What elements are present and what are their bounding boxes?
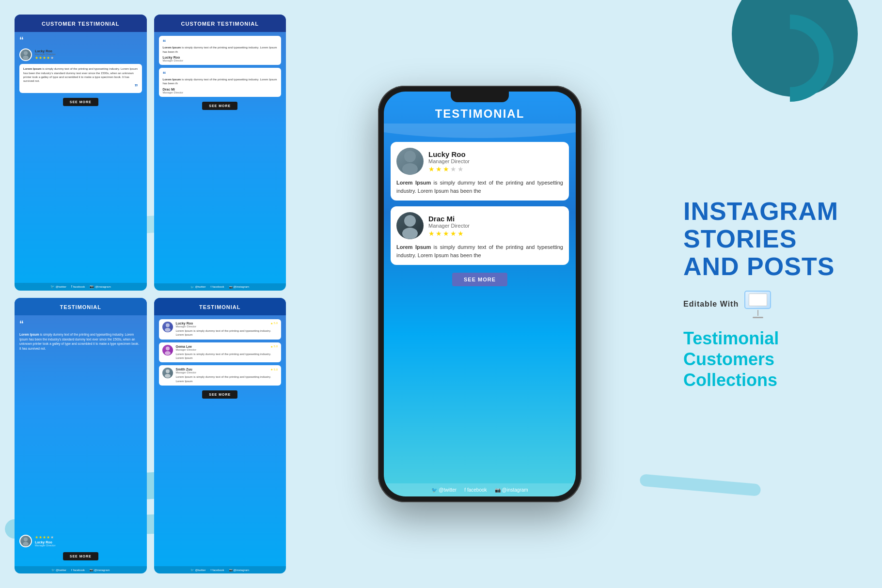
phone-footer: 🐦 @twitter f facebook 📷 @instagram	[384, 483, 576, 496]
phone-stars-1: ★ ★ ★ ★ ★	[428, 165, 470, 173]
card1-stars: ★★★★★	[35, 56, 56, 60]
editable-label: Editable With	[683, 300, 739, 309]
svg-point-4	[166, 323, 170, 327]
card3-quote-text: Lorem Ipsum is simply dummy text of the …	[19, 332, 142, 530]
card-testimonial-4: TESTIMONIAL Lucky Roo ★ 5.0	[154, 298, 286, 574]
card2-header: CUSTOMER TESTIMONIAL	[154, 15, 286, 32]
phone-app-title: TESTIMONIAL	[394, 107, 566, 121]
card2-name1: Lucky Roo	[163, 56, 278, 59]
card4-rating1: ★ 5.0	[270, 322, 278, 325]
card2-title: CUSTOMER TESTIMONIAL	[161, 20, 280, 27]
svg-point-13	[402, 228, 418, 239]
card1-footer: 🐦 @twitter f facebook 📷 @instagram	[15, 283, 147, 291]
phone-facebook: f facebook	[464, 487, 487, 493]
phone-facebook-icon: f	[464, 487, 466, 493]
phone-wave-deco	[384, 124, 576, 138]
phone-notch	[451, 92, 509, 102]
card3-person: ★★★★★ Lucky Roo Manager Director	[19, 535, 142, 547]
card4-avatar3	[162, 368, 173, 378]
phone-screen: TESTIMONIAL	[384, 92, 576, 496]
facebook-icon-3: f	[71, 569, 72, 572]
card1-name: Lucky Roo	[35, 49, 56, 53]
svg-point-8	[166, 370, 170, 373]
phone-testimonial-2: Drac Mi Manager Director ★ ★ ★ ★ ★	[391, 206, 569, 265]
card4-namerow2: Gema Lee ★ 5.0	[176, 345, 278, 348]
svg-point-7	[165, 351, 171, 355]
instagram-icon-2: 📷	[229, 285, 233, 289]
card2-q1-text: Lorem Ipsum is simply dummy text of the …	[163, 46, 278, 54]
card3-twitter: 🐦 @twitter	[51, 568, 66, 572]
phone-avatar-1	[396, 148, 424, 175]
card4-text1: Lorem Ipsum is simply dummy text of the …	[176, 329, 278, 337]
phone-testimonial-1: Lucky Roo Manager Director ★ ★ ★ ★ ★	[391, 142, 569, 201]
card4-see-more-btn[interactable]: SEE MORE	[202, 390, 237, 399]
card2-instagram: 📷 @instagram	[229, 285, 249, 289]
phone-avatar-svg-2	[396, 212, 424, 239]
keynote-display	[749, 294, 767, 306]
svg-point-3	[23, 542, 29, 546]
phone-section: TESTIMONIAL	[296, 15, 664, 573]
keynote-pole	[757, 310, 758, 316]
card2-role2: Manager Director	[163, 91, 278, 94]
card4-text2: Lorem Ipsum is simply dummy text of the …	[176, 352, 278, 360]
phone-header: TESTIMONIAL	[384, 102, 576, 124]
card2-name2: Drac Mi	[163, 88, 278, 91]
twitter-icon-3: 🐦	[51, 568, 55, 572]
card4-text3: Lorem Ipsum is simply dummy text of the …	[176, 375, 278, 383]
avatar-svg-4c	[162, 368, 173, 378]
card3-header: TESTIMONIAL	[15, 298, 147, 315]
card3-title: TESTIMONIAL	[21, 304, 140, 310]
phone-see-more-btn[interactable]: SEE MORE	[452, 273, 507, 286]
phone-person-row-2: Drac Mi Manager Director ★ ★ ★ ★ ★	[396, 212, 563, 239]
phone-quote-1: Lorem Ipsum is simply dummy text of the …	[396, 179, 563, 195]
quote-mark-1: “	[19, 36, 142, 45]
card4-item3: Smith Zuu ★ 5.0 Manager Director Lorem I…	[159, 365, 282, 386]
phone-person-row-1: Lucky Roo Manager Director ★ ★ ★ ★ ★	[396, 148, 563, 175]
card2-see-more-btn[interactable]: SEE MORE	[202, 102, 237, 110]
card-customer-testimonial-2: CUSTOMER TESTIMONIAL “ Lorem Ipsum is si…	[154, 15, 286, 291]
card4-instagram: 📷 @instagram	[229, 568, 249, 572]
card2-twitter: 🐦 @twitter	[190, 285, 205, 289]
quote-close-1: ”	[23, 83, 138, 90]
avatar-svg-4b	[162, 345, 173, 356]
phone-twitter: 🐦 @twitter	[431, 487, 457, 493]
facebook-icon-1: f	[71, 285, 72, 288]
card4-twitter: 🐦 @twitter	[190, 568, 205, 572]
phone-avatar-svg-1	[396, 148, 424, 175]
instagram-icon-1: 📷	[90, 285, 94, 289]
card3-body: “ Lorem Ipsum is simply dummy text of th…	[15, 315, 147, 566]
card4-name1: Lucky Roo	[176, 322, 193, 325]
card4-item2: Gema Lee ★ 5.0 Manager Director Lorem Ip…	[159, 342, 282, 363]
card3-avatar	[19, 535, 32, 547]
twitter-icon-4: 🐦	[190, 568, 194, 572]
card4-rating2: ★ 5.0	[270, 345, 278, 348]
card1-see-more-btn[interactable]: SEE MORE	[63, 98, 98, 106]
phone-name-1: Lucky Roo	[428, 150, 470, 158]
card2-facebook: f facebook	[211, 285, 224, 289]
card3-name: Lucky Roo	[35, 541, 56, 544]
subtitle-line-3: Collections	[683, 370, 863, 390]
svg-point-1	[23, 56, 29, 60]
card4-role1: Manager Director	[176, 325, 278, 328]
card3-see-more-btn[interactable]: SEE MORE	[63, 552, 98, 560]
qm2: “	[163, 71, 278, 77]
card4-namerow1: Lucky Roo ★ 5.0	[176, 322, 278, 325]
card4-role2: Manager Director	[176, 348, 278, 351]
card4-facebook: f facebook	[211, 568, 224, 572]
keynote-screen	[744, 291, 771, 309]
phone-wave-shape	[384, 124, 576, 138]
phone-content: Lucky Roo Manager Director ★ ★ ★ ★ ★	[384, 138, 576, 483]
phone-name-2: Drac Mi	[428, 215, 470, 223]
card1-person: Lucky Roo Manager Director ★★★★★	[19, 48, 142, 61]
card1-twitter: 🐦 @twitter	[50, 285, 66, 289]
small-cards-grid: CUSTOMER TESTIMONIAL “ Lucky Roo Manag	[15, 15, 286, 573]
card4-rating3: ★ 5.0	[270, 368, 278, 371]
card4-role3: Manager Director	[176, 371, 278, 374]
phone-person-info-2: Drac Mi Manager Director ★ ★ ★ ★ ★	[428, 215, 470, 237]
subtitle-line-2: Customers	[683, 349, 863, 370]
card3-instagram: 📷 @instagram	[90, 568, 110, 572]
card2-q2-text: Lorem Ipsum is simply dummy text of the …	[163, 77, 278, 86]
main-headline: INSTAGRAM STORIES AND POSTS	[683, 198, 863, 281]
subtitle-block: Testimonial Customers Collections	[683, 328, 863, 391]
card1-body: “ Lucky Roo Manager Director ★★★★★	[15, 32, 147, 282]
